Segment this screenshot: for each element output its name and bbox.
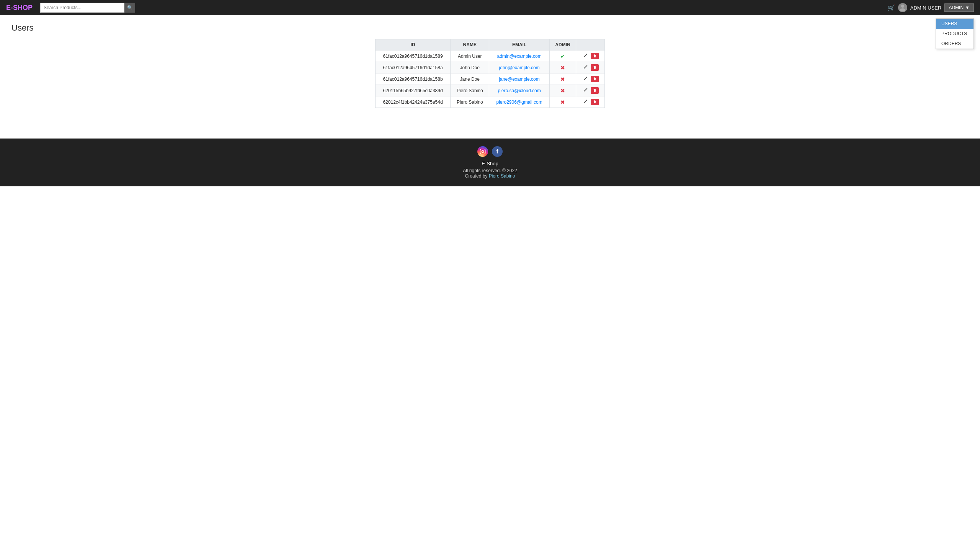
cell-id: 61fac012a9645716d1da158a xyxy=(376,62,451,73)
email-link[interactable]: jane@example.com xyxy=(499,77,539,82)
cell-actions xyxy=(576,62,605,73)
users-table: ID NAME EMAIL ADMIN 61fac012a9645716d1da… xyxy=(375,39,605,108)
email-link[interactable]: admin@example.com xyxy=(497,54,541,59)
table-row: 61fac012a9645716d1da158b Jane Doe jane@e… xyxy=(376,73,605,85)
cell-email: piero2906@gmail.com xyxy=(489,96,549,108)
edit-button[interactable] xyxy=(582,88,589,94)
avatar xyxy=(898,3,907,12)
admin-label: ADMIN xyxy=(949,5,964,10)
dropdown-item-products[interactable]: PRODUCTS xyxy=(936,29,973,39)
table-row: 62012c4f1bb42424a375a54d Piero Sabino pi… xyxy=(376,96,605,108)
cell-name: Admin User xyxy=(451,51,489,62)
col-admin: ADMIN xyxy=(549,39,576,51)
caret-icon: ▼ xyxy=(965,5,970,10)
footer-rights: All rights reserved. © 2022 xyxy=(8,168,972,173)
email-link[interactable]: john@example.com xyxy=(499,65,539,70)
cell-actions xyxy=(576,51,605,62)
delete-button[interactable] xyxy=(591,76,599,82)
admin-x-icon: ✖ xyxy=(560,88,565,94)
table-row: 620115b65b927fd65c0a389d Piero Sabino pi… xyxy=(376,85,605,96)
col-name: NAME xyxy=(451,39,489,51)
admin-x-icon: ✖ xyxy=(560,76,565,82)
cell-id: 61fac012a9645716d1da1589 xyxy=(376,51,451,62)
search-button[interactable]: 🔍 xyxy=(124,3,135,13)
cell-email: jane@example.com xyxy=(489,73,549,85)
cell-id: 61fac012a9645716d1da158b xyxy=(376,73,451,85)
table-row: 61fac012a9645716d1da1589 Admin User admi… xyxy=(376,51,605,62)
cart-icon[interactable]: 🛒 xyxy=(887,4,895,11)
email-link[interactable]: piero2906@gmail.com xyxy=(496,99,542,105)
edit-button[interactable] xyxy=(582,53,589,59)
cell-admin: ✖ xyxy=(549,73,576,85)
svg-rect-2 xyxy=(480,149,485,154)
search-input[interactable] xyxy=(40,3,124,13)
edit-button[interactable] xyxy=(582,76,589,82)
delete-button[interactable] xyxy=(591,64,599,71)
cell-id: 620115b65b927fd65c0a389d xyxy=(376,85,451,96)
admin-x-icon: ✖ xyxy=(560,99,565,105)
svg-point-1 xyxy=(900,8,905,11)
email-link[interactable]: piero.sa@icloud.com xyxy=(498,88,541,93)
table-row: 61fac012a9645716d1da158a John Doe john@e… xyxy=(376,62,605,73)
cell-actions xyxy=(576,85,605,96)
footer-creator-link[interactable]: Piero Sabino xyxy=(489,173,515,179)
delete-button[interactable] xyxy=(591,53,599,59)
svg-point-0 xyxy=(901,5,904,8)
col-email: EMAIL xyxy=(489,39,549,51)
delete-button[interactable] xyxy=(591,99,599,105)
svg-point-3 xyxy=(482,150,483,152)
edit-button[interactable] xyxy=(582,65,589,71)
footer: f E-Shop All rights reserved. © 2022 Cre… xyxy=(0,139,980,186)
col-id: ID xyxy=(376,39,451,51)
footer-icons: f xyxy=(8,146,972,157)
facebook-icon[interactable]: f xyxy=(492,146,503,157)
admin-dropdown-button[interactable]: ADMIN ▼ xyxy=(944,3,974,12)
brand-logo[interactable]: E-SHOP xyxy=(6,4,33,12)
cell-email: admin@example.com xyxy=(489,51,549,62)
cell-name: John Doe xyxy=(451,62,489,73)
admin-dropdown-menu: USERS PRODUCTS ORDERS xyxy=(936,18,974,49)
cell-actions xyxy=(576,96,605,108)
dropdown-item-users[interactable]: USERS xyxy=(936,19,973,29)
delete-button[interactable] xyxy=(591,87,599,94)
brand-text: E-SHOP xyxy=(6,4,33,11)
edit-button[interactable] xyxy=(582,99,589,105)
cell-actions xyxy=(576,73,605,85)
cell-name: Piero Sabino xyxy=(451,85,489,96)
dropdown-item-orders[interactable]: ORDERS xyxy=(936,39,973,49)
admin-check-icon: ✔ xyxy=(560,53,565,59)
search-form: 🔍 xyxy=(40,3,135,13)
cell-email: piero.sa@icloud.com xyxy=(489,85,549,96)
admin-x-icon: ✖ xyxy=(560,65,565,71)
navbar: E-SHOP 🔍 🛒 ADMIN USER ADMIN ▼ USERS PROD… xyxy=(0,0,980,15)
cell-name: Piero Sabino xyxy=(451,96,489,108)
page-title: Users xyxy=(11,23,969,33)
table-header-row: ID NAME EMAIL ADMIN xyxy=(376,39,605,51)
main-content: Users ID NAME EMAIL ADMIN 61fac012a96457… xyxy=(0,15,980,116)
users-table-container: ID NAME EMAIL ADMIN 61fac012a9645716d1da… xyxy=(375,39,605,108)
footer-created: Created by Piero Sabino xyxy=(8,173,972,179)
cell-email: john@example.com xyxy=(489,62,549,73)
cell-name: Jane Doe xyxy=(451,73,489,85)
user-name-label: ADMIN USER xyxy=(910,5,942,11)
search-icon: 🔍 xyxy=(127,5,133,10)
cell-admin: ✖ xyxy=(549,96,576,108)
cell-admin: ✔ xyxy=(549,51,576,62)
footer-brand: E-Shop xyxy=(8,161,972,166)
instagram-icon[interactable] xyxy=(477,146,488,157)
cell-id: 62012c4f1bb42424a375a54d xyxy=(376,96,451,108)
svg-point-4 xyxy=(484,150,485,151)
cell-admin: ✖ xyxy=(549,62,576,73)
cell-admin: ✖ xyxy=(549,85,576,96)
navbar-right: 🛒 ADMIN USER ADMIN ▼ USERS PRODUCTS ORDE… xyxy=(887,3,974,12)
col-actions xyxy=(576,39,605,51)
